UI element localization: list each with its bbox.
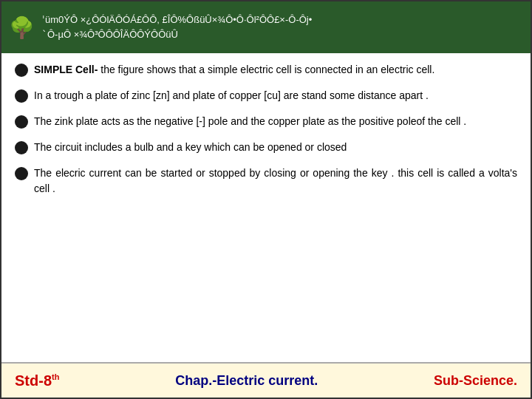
bullet-text: The zink plate acts as the negative [-] … (34, 114, 517, 129)
bullet-text: In a trough a plate of zinc [zn] and pla… (34, 88, 517, 103)
list-item: The zink plate acts as the negative [-] … (15, 114, 517, 129)
list-item: The circuit includes a bulb and a key wh… (15, 140, 517, 155)
bullet-list: SIMPLE Cell- the figure shows that a sim… (15, 62, 517, 197)
header-line2: ˋÔ-µÔ ×¾Ô³ÔÔÔÎÄÔÔÝÔÔüÛ (42, 28, 312, 41)
list-item: The elecric current can be started or st… (15, 166, 517, 197)
main-content: SIMPLE Cell- the figure shows that a sim… (1, 53, 531, 362)
header-text: ˈüm0ÝÔ ×¿ÔÓlÄÔÓÁ£ÔÔ, £ÎÔ%ÔßüÛ×¾Ô•Ô·Ôl²ÔÔ… (42, 13, 312, 41)
list-item: SIMPLE Cell- the figure shows that a sim… (15, 62, 517, 78)
header: 🌳 ˈüm0ÝÔ ×¿ÔÓlÄÔÓÁ£ÔÔ, £ÎÔ%ÔßüÛ×¾Ô•Ô·Ôl²… (1, 1, 531, 53)
bullet-text: The elecric current can be started or st… (34, 166, 517, 197)
page-container: 🌳 ˈüm0ÝÔ ×¿ÔÓlÄÔÓÁ£ÔÔ, £ÎÔ%ÔßüÛ×¾Ô•Ô·Ôl²… (0, 0, 532, 399)
bullet-dot (15, 115, 28, 129)
bullet-dot (15, 141, 28, 154)
footer-sup: th (52, 372, 59, 381)
footer-chap: Chap.-Electric current. (175, 373, 318, 389)
bullet-dot (15, 89, 28, 103)
list-item: In a trough a plate of zinc [zn] and pla… (15, 88, 517, 103)
tree-icon: 🌳 (9, 16, 35, 40)
footer-sub: Sub-Science. (434, 373, 517, 389)
bullet-dot (15, 64, 28, 77)
bullet-label: SIMPLE Cell- (34, 64, 98, 75)
footer-std: Std-8th (15, 372, 59, 389)
header-line1: ˈüm0ÝÔ ×¿ÔÓlÄÔÓÁ£ÔÔ, £ÎÔ%ÔßüÛ×¾Ô•Ô·Ôl²ÔÔ… (42, 13, 312, 27)
bullet-text: The circuit includes a bulb and a key wh… (34, 140, 517, 155)
footer: Std-8th Chap.-Electric current. Sub-Scie… (1, 362, 531, 398)
bullet-text: SIMPLE Cell- the figure shows that a sim… (34, 62, 517, 78)
bullet-dot (15, 167, 28, 180)
